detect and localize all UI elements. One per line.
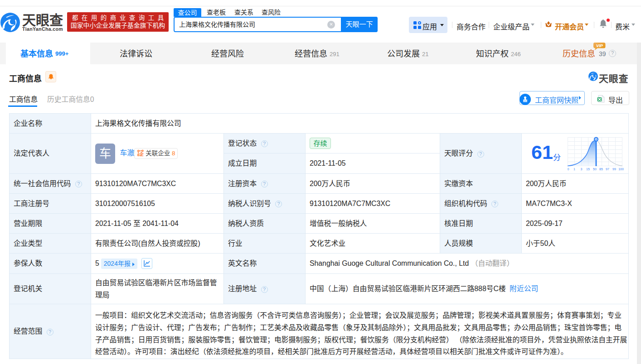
svg-text:15: 15 — [586, 168, 590, 171]
svg-text:50: 50 — [593, 168, 597, 171]
svg-text:企: 企 — [139, 152, 144, 156]
svg-text:97: 97 — [606, 168, 609, 171]
svg-text:99: 99 — [612, 168, 616, 171]
svg-text:1: 1 — [573, 168, 575, 171]
svg-text:85: 85 — [599, 168, 603, 171]
svg-text:0: 0 — [568, 168, 569, 171]
svg-text:3: 3 — [581, 168, 583, 171]
svg-text:100: 100 — [618, 168, 624, 171]
svg-text:VIP: VIP — [596, 43, 603, 48]
